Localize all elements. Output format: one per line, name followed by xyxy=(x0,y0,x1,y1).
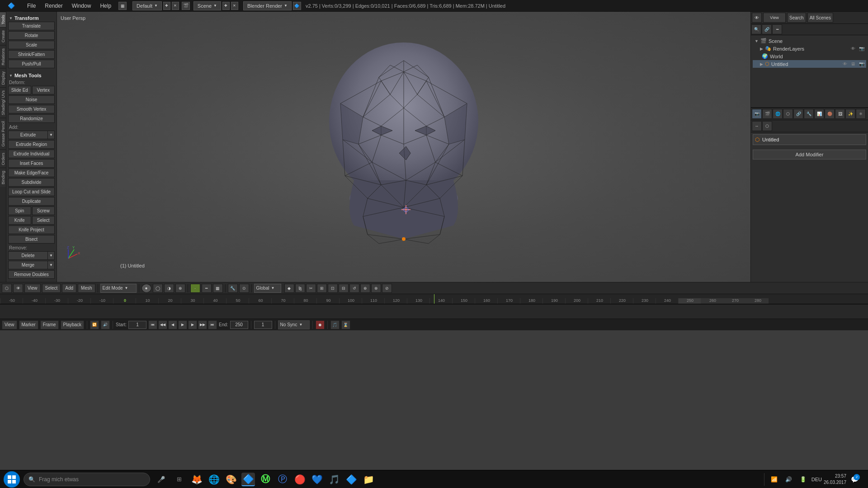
vp-occlude-icon[interactable]: ⊡ xyxy=(328,284,338,293)
taskbar-battery-icon[interactable]: 🔋 xyxy=(797,473,810,486)
rp-search-text-btn[interactable]: Search xyxy=(787,13,806,23)
prop-material-icon[interactable]: 🟤 xyxy=(825,109,835,119)
subdivide-btn[interactable]: Subdivide xyxy=(8,178,55,187)
knife-btn[interactable]: Knife xyxy=(8,216,31,225)
anim-step-fwd[interactable]: ▶▶ xyxy=(198,320,207,329)
vp-proportional-icon[interactable]: ⊙ xyxy=(239,284,249,293)
taskbar-task-view[interactable]: ⊞ xyxy=(172,472,186,487)
rp-all-scenes-btn[interactable]: All Scenes xyxy=(807,13,833,23)
anim-step-back[interactable]: ◀◀ xyxy=(158,320,167,329)
duplicate-btn[interactable]: Duplicate xyxy=(8,197,55,206)
tab-create[interactable]: Create xyxy=(0,27,6,45)
extrude-dropdown[interactable]: Extrude ▼ xyxy=(8,131,55,139)
taskbar-m-icon[interactable]: Ⓜ xyxy=(259,473,272,486)
vp-solid-icon[interactable]: ● xyxy=(142,284,151,293)
spin-btn[interactable]: Spin xyxy=(8,206,31,215)
vp-menu-select[interactable]: Select xyxy=(42,284,61,293)
transform-section-header[interactable]: Transform xyxy=(8,14,55,22)
start-button[interactable] xyxy=(4,471,20,488)
prop-scene-icon[interactable]: 🎬 xyxy=(762,109,772,119)
remove-doubles-btn[interactable]: Remove Doubles xyxy=(8,270,55,279)
delete-btn[interactable]: Delete xyxy=(8,251,47,260)
outliner-renderlayers-item[interactable]: ▶ 🎭 RenderLayers 👁 📷 xyxy=(753,45,866,52)
vp-pivot-icon[interactable]: ◆ xyxy=(284,284,294,293)
vp-menu-add[interactable]: Add xyxy=(62,284,76,293)
merge-btn[interactable]: Merge xyxy=(8,261,47,269)
no-sync-selector[interactable]: No Sync ▼ xyxy=(278,320,310,329)
taskbar-blue-icon[interactable]: 💙 xyxy=(310,473,324,486)
rp-view-btn[interactable]: 👁 xyxy=(752,13,762,23)
end-frame-input[interactable] xyxy=(230,321,248,329)
taskbar-blender-icon1[interactable]: 🎨 xyxy=(224,473,238,486)
menu-file[interactable]: File xyxy=(23,0,40,12)
mesh-tools-section-header[interactable]: Mesh Tools xyxy=(8,71,55,79)
shrink-fatten-btn[interactable]: Shrink/Fatten xyxy=(8,50,55,59)
tab-relations[interactable]: Relations xyxy=(0,45,6,68)
remove-scene-btn[interactable]: ✕ xyxy=(231,2,238,10)
extrude-btn[interactable]: Extrude xyxy=(8,131,47,139)
anim-loop-icon[interactable]: 🔁 xyxy=(90,320,99,329)
randomize-btn[interactable]: Randomize xyxy=(8,114,55,123)
rp-restrict-icon[interactable]: ━ xyxy=(772,24,782,34)
taskbar-blender-icon2[interactable]: 🔷 xyxy=(344,473,358,486)
vp-icon-mode[interactable]: ⬡ xyxy=(2,284,12,293)
taskbar-ps-icon[interactable]: Ⓟ xyxy=(276,473,289,486)
vp-vertex-select[interactable]: · xyxy=(190,284,200,293)
vp-extra4-icon[interactable]: ⊗ xyxy=(371,284,381,293)
anim-play-btn[interactable]: ▶ xyxy=(178,320,187,329)
smooth-vertex-btn[interactable]: Smooth Vertex xyxy=(8,105,55,113)
taskbar-clock[interactable]: 23:57 26.03.2017 xyxy=(824,473,846,486)
workspace-selector[interactable]: Default ▼ xyxy=(132,1,162,10)
tab-binding[interactable]: Binding xyxy=(0,168,6,187)
make-edge-face-btn[interactable]: Make Edge/Face xyxy=(8,169,55,177)
merge-dropdown[interactable]: Merge ▼ xyxy=(8,261,55,269)
anim-extra1-btn[interactable]: 🎵 xyxy=(330,320,340,329)
remove-screen-btn[interactable]: ✕ xyxy=(172,2,179,10)
vp-mirror-icon[interactable]: ⧎ xyxy=(295,284,305,293)
anim-step-fwd-end[interactable]: ⏭ xyxy=(208,320,217,329)
outliner-world-item[interactable]: 🌍 World xyxy=(753,52,866,60)
prop-modifiers-icon[interactable]: 🔧 xyxy=(804,109,814,119)
timeline-tracks[interactable] xyxy=(0,304,868,305)
anim-frame-menu[interactable]: Frame xyxy=(40,320,59,329)
global-selector[interactable]: Global ▼ xyxy=(254,284,281,293)
loop-cut-slide-btn[interactable]: Loop Cut and Slide xyxy=(8,188,55,196)
noise-btn[interactable]: Noise xyxy=(8,95,55,104)
vp-face-select[interactable]: ▦ xyxy=(213,284,223,293)
anim-audio-icon[interactable]: 🔊 xyxy=(101,320,110,329)
vp-snap-icon[interactable]: 🔧 xyxy=(228,284,238,293)
timeline-cursor[interactable] xyxy=(434,294,434,304)
vp-render-icon[interactable]: ⊕ xyxy=(175,284,185,293)
prop-object-icon[interactable]: ⬡ xyxy=(783,109,793,119)
bisect-btn[interactable]: Bisect xyxy=(8,235,55,244)
vp-icon-view[interactable]: 👁 xyxy=(13,284,23,293)
slide-ed-btn[interactable]: Slide Ed xyxy=(8,86,31,94)
push-pull-btn[interactable]: Push/Pull xyxy=(8,60,55,68)
tab-grease[interactable]: Grease Pencil xyxy=(0,118,6,150)
taskbar-firefox-icon[interactable]: 🦊 xyxy=(190,473,203,486)
rotate-btn[interactable]: Rotate xyxy=(8,31,55,40)
prop-particles-icon[interactable]: ✨ xyxy=(845,109,855,119)
menu-render[interactable]: Render xyxy=(40,0,67,12)
tab-orders[interactable]: Orders xyxy=(0,150,6,168)
outliner-scene-item[interactable]: ▼ 🎬 Scene xyxy=(753,37,866,45)
rp-sync-icon[interactable]: 🔗 xyxy=(762,24,772,34)
extrude-individual-btn[interactable]: Extrude Individual xyxy=(8,150,55,158)
vp-menu-view[interactable]: View xyxy=(24,284,41,293)
prop-shape-icon2[interactable]: ⬡ xyxy=(762,121,772,131)
timeline-ruler[interactable]: -50 -40 -30 -20 -10 0 10 20 30 40 50 60 … xyxy=(0,294,868,304)
extrude-arrow[interactable]: ▼ xyxy=(47,131,55,139)
prop-world-icon[interactable]: 🌐 xyxy=(773,109,783,119)
vp-clip-icon[interactable]: ✂ xyxy=(306,284,316,293)
engine-selector[interactable]: Blender Render ▼ xyxy=(243,1,292,10)
delete-arrow[interactable]: ▼ xyxy=(47,251,55,260)
vp-extra3-icon[interactable]: ⊕ xyxy=(360,284,370,293)
taskbar-red-icon[interactable]: 🔴 xyxy=(293,473,307,486)
prop-texture-icon[interactable]: 🖼 xyxy=(835,109,845,119)
select-btn[interactable]: Select xyxy=(32,216,55,225)
delete-dropdown[interactable]: Delete ▼ xyxy=(8,251,55,260)
vp-mat-icon[interactable]: ◑ xyxy=(164,284,174,293)
knife-project-btn[interactable]: Knife Project xyxy=(8,225,55,234)
vp-xray-icon[interactable]: ⊞ xyxy=(317,284,327,293)
rp-filter-icon[interactable]: 🔍 xyxy=(751,24,761,34)
